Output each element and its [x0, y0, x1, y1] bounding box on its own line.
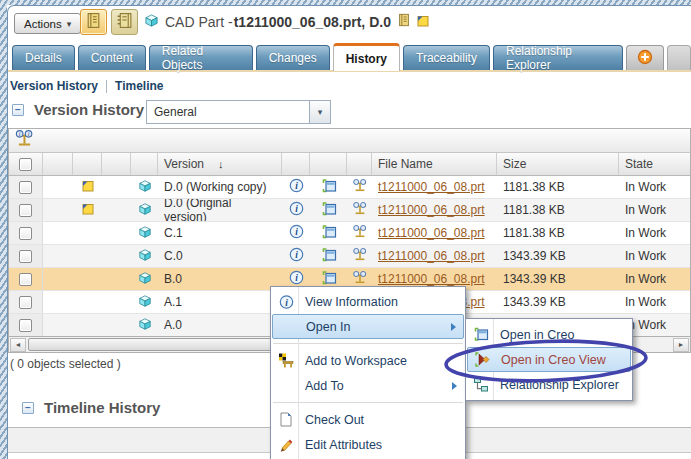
tab-relationship-explorer[interactable]: Relationship Explorer [493, 45, 623, 70]
file-name-link[interactable]: t1211000_06_08.prt [378, 272, 485, 286]
compare-information-icon[interactable] [352, 271, 368, 288]
menu-item-open-in[interactable]: Open In [272, 314, 464, 339]
table-row-d0-working[interactable]: D.0 (Working copy) i t1211000_06_08.prt … [9, 176, 690, 199]
submenu-item-open-in-creo-view[interactable]: Open in Creo View [467, 347, 631, 372]
object-header: CAD Part - t1211000_06_08.prt, D.0 [144, 9, 429, 35]
collapse-icon[interactable]: − [12, 104, 24, 116]
selection-status: ( 0 objects selected ) [10, 357, 121, 371]
open-in-creo-icon[interactable] [321, 247, 337, 266]
column-header-state[interactable]: State [619, 153, 690, 175]
scroll-right-icon[interactable]: ► [673, 338, 689, 352]
open-in-creo-icon[interactable] [321, 201, 337, 220]
svg-text:i: i [285, 297, 288, 307]
subnav-timeline-link[interactable]: Timeline [115, 79, 163, 93]
tab-traceability[interactable]: Traceability [403, 45, 490, 70]
info-icon[interactable]: i [289, 247, 304, 265]
compare-information-icon[interactable] [352, 248, 368, 265]
column-header-size[interactable]: Size [497, 153, 619, 175]
menu-item-check-out[interactable]: Check Out [272, 407, 464, 432]
svg-text:i: i [295, 250, 298, 260]
structure-view-button[interactable] [111, 9, 138, 35]
size-cell: 1181.38 KB [497, 199, 619, 221]
actions-button[interactable]: Actions ▾ [14, 13, 81, 34]
svg-text:i: i [295, 273, 298, 283]
compare-information-icon[interactable]: ii [14, 130, 35, 152]
version-cell: D.0 (Original version) [158, 199, 282, 221]
info-icon[interactable]: i [289, 224, 304, 242]
menu-item-add-to[interactable]: Add To [272, 373, 464, 398]
tab-history[interactable]: History [333, 43, 400, 71]
state-cell: In Work [619, 291, 690, 313]
svg-text:i: i [28, 130, 30, 137]
submenu-item-relationship-explorer[interactable]: Relationship Explorer [467, 372, 631, 397]
open-in-creo-icon[interactable] [321, 224, 337, 243]
size-cell: 1181.38 KB [497, 176, 619, 198]
tab-strip-filler [667, 45, 691, 70]
row-checkbox[interactable] [19, 227, 32, 240]
open-in-submenu: Open in Creo Open in Creo View Relations… [465, 318, 633, 401]
workspace-icon [277, 352, 295, 369]
menu-item-edit-attributes[interactable]: Edit Attributes [272, 432, 464, 457]
add-tab-button[interactable] [626, 45, 664, 70]
compare-information-icon[interactable] [352, 179, 368, 196]
annotation-note-icon[interactable] [82, 180, 94, 195]
row-checkbox[interactable] [19, 250, 32, 263]
tab-related-objects[interactable]: Related Objects [149, 45, 253, 70]
notebook-icon[interactable] [397, 13, 411, 31]
column-header-version[interactable]: Version↓ [158, 153, 282, 175]
scroll-left-icon[interactable]: ◄ [10, 338, 26, 352]
object-name: t1211000_06_08.prt, D.0 [234, 14, 391, 30]
file-name-link[interactable]: t1211000_06_08.prt [378, 226, 485, 240]
tab-changes[interactable]: Changes [256, 45, 330, 70]
submenu-item-open-in-creo[interactable]: Open in Creo [467, 322, 631, 347]
file-name-link[interactable]: t1211000_06_08.prt [378, 180, 485, 194]
row-checkbox[interactable] [19, 319, 32, 332]
subnav-version-history-link[interactable]: Version History [10, 79, 98, 93]
size-cell: 1343.39 KB [497, 268, 619, 290]
annotation-note-icon[interactable] [417, 13, 429, 31]
svg-text:i: i [295, 204, 298, 214]
version-cell: C.1 [158, 222, 282, 244]
submenu-arrow-icon [451, 323, 456, 331]
collapse-icon[interactable]: − [22, 402, 34, 414]
menu-separator [273, 343, 463, 344]
menu-item-view-information[interactable]: i View Information [272, 289, 464, 314]
version-cell: C.0 [158, 245, 282, 267]
file-name-link[interactable]: t1211000_06_08.prt [378, 203, 485, 217]
notebook-icon [85, 12, 102, 33]
tab-details[interactable]: Details [12, 45, 75, 70]
table-row-d0-original[interactable]: D.0 (Original version) i t1211000_06_08.… [9, 199, 690, 222]
open-in-creo-icon[interactable] [321, 178, 337, 197]
cad-part-cube-icon [144, 13, 159, 32]
file-name-link[interactable]: t1211000_06_08.prt [378, 249, 485, 263]
state-cell: In Work [619, 199, 690, 221]
size-cell: 1343.39 KB [497, 245, 619, 267]
view-selector-value: General [147, 101, 309, 123]
cad-part-cube-icon [138, 248, 152, 265]
compare-information-icon[interactable] [352, 225, 368, 242]
notebook-view-button[interactable] [80, 9, 107, 35]
menu-item-add-to-workspace[interactable]: Add to Workspace [272, 348, 464, 373]
info-icon: i [277, 293, 295, 310]
dropdown-caret-icon[interactable]: ▾ [309, 101, 330, 123]
version-cell: B.0 [158, 268, 282, 290]
window-frame-left [0, 0, 7, 459]
row-checkbox[interactable] [19, 204, 32, 217]
select-all-checkbox[interactable] [19, 158, 32, 171]
view-selector-dropdown[interactable]: General ▾ [146, 100, 331, 124]
row-checkbox[interactable] [19, 181, 32, 194]
info-icon[interactable]: i [289, 178, 304, 196]
annotation-note-icon[interactable] [82, 203, 94, 218]
table-row-c1[interactable]: C.1 i t1211000_06_08.prt 1181.38 KB In W… [9, 222, 690, 245]
table-row-c0[interactable]: C.0 i t1211000_06_08.prt 1343.39 KB In W… [9, 245, 690, 268]
application-window: Actions ▾ CAD Part - t1211000_06_08.prt,… [0, 0, 691, 459]
row-checkbox[interactable] [19, 273, 32, 286]
state-cell: In Work [619, 268, 690, 290]
info-icon[interactable]: i [289, 201, 304, 219]
svg-text:i: i [295, 227, 298, 237]
open-in-creo-icon [472, 326, 490, 343]
tab-content[interactable]: Content [78, 45, 146, 70]
row-checkbox[interactable] [19, 296, 32, 309]
compare-information-icon[interactable] [352, 202, 368, 219]
column-header-file-name[interactable]: File Name [372, 153, 497, 175]
